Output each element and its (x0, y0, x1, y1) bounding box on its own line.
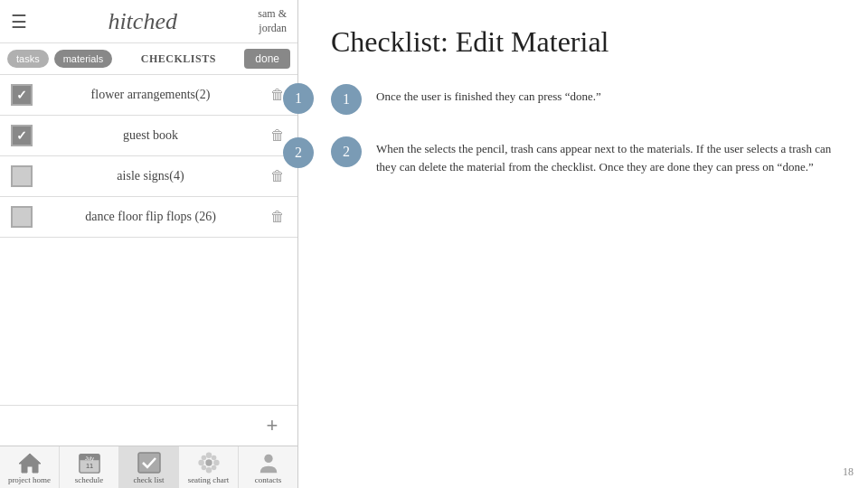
annotation-list: 1 Once the user is finished they can pre… (331, 84, 835, 175)
nav-contacts[interactable]: contacts (239, 446, 297, 488)
annotation-badge-2: 2 (331, 136, 362, 167)
done-button[interactable]: done (244, 49, 290, 69)
checkbox-3[interactable] (11, 165, 33, 187)
menu-icon[interactable]: ☰ (11, 11, 27, 33)
svg-point-12 (211, 455, 216, 461)
annotation-item-2: 2 When the selects the pencil, trash can… (331, 136, 835, 175)
item-label: aisle signs(4) (42, 169, 259, 183)
checklist-items: ✓ flower arrangements(2) 🗑 ✓ guest book … (0, 75, 297, 405)
checklists-label: CHECKLISTS (118, 52, 239, 66)
nav-tabs: tasks materials CHECKLISTS done (0, 43, 297, 75)
right-panel: Checklist: Edit Material 1 Once the user… (298, 0, 868, 488)
table-row[interactable]: aisle signs(4) 🗑 (0, 156, 297, 197)
left-panel: ☰ hitched sam & jordan tasks materials C… (0, 0, 298, 488)
app-header: ☰ hitched sam & jordan (0, 0, 297, 43)
checklist-icon (135, 450, 164, 475)
svg-text:11: 11 (85, 462, 92, 470)
checkbox-4[interactable] (11, 206, 33, 228)
callout-2-badge: 2 (283, 137, 314, 168)
svg-point-14 (211, 465, 216, 471)
annotation-item-1: 1 Once the user is finished they can pre… (331, 84, 835, 115)
annotation-badge-1: 1 (331, 84, 362, 115)
svg-point-13 (201, 465, 206, 471)
svg-rect-5 (138, 453, 160, 473)
page-number: 18 (843, 465, 854, 479)
annotation-text-1: Once the user is finished they can press… (376, 84, 601, 106)
svg-point-15 (264, 455, 272, 463)
nav-schedule[interactable]: 11 July schedule (60, 446, 119, 488)
item-label: flower arrangements(2) (42, 88, 259, 102)
table-row[interactable]: ✓ flower arrangements(2) 🗑 (0, 75, 297, 116)
annotation-text-2: When the selects the pencil, trash cans … (376, 136, 835, 175)
trash-icon[interactable]: 🗑 (269, 125, 287, 146)
nav-project-home[interactable]: project home (0, 446, 60, 488)
nav-label: contacts (255, 475, 282, 484)
svg-point-6 (205, 459, 212, 465)
item-label: dance floor flip flops (26) (42, 210, 259, 224)
item-label: guest book (42, 128, 259, 143)
svg-point-11 (201, 455, 206, 461)
svg-text:July: July (85, 455, 94, 461)
svg-point-9 (198, 460, 204, 466)
checkmark-icon: ✓ (16, 128, 27, 144)
nav-check-list[interactable]: check list (119, 446, 179, 488)
callout-1-badge: 1 (283, 83, 314, 114)
tasks-tab[interactable]: tasks (7, 50, 49, 68)
materials-tab[interactable]: materials (54, 50, 113, 68)
user-info: sam & jordan (258, 7, 287, 35)
add-row: + (0, 405, 297, 446)
nav-label: seating chart (188, 475, 230, 484)
table-row[interactable]: ✓ guest book 🗑 (0, 116, 297, 156)
nav-label: project home (8, 475, 51, 484)
bottom-nav: project home 11 July schedule check li (0, 446, 297, 488)
svg-point-10 (213, 460, 220, 466)
nav-label: check list (133, 475, 164, 484)
nav-seating-chart[interactable]: seating chart (179, 446, 239, 488)
trash-icon[interactable]: 🗑 (269, 165, 287, 187)
checkbox-1[interactable]: ✓ (11, 84, 33, 106)
svg-point-8 (205, 467, 212, 474)
table-row[interactable]: dance floor flip flops (26) 🗑 (0, 197, 297, 238)
checkmark-icon: ✓ (16, 88, 27, 103)
svg-marker-0 (19, 454, 41, 473)
add-item-button[interactable]: + (259, 413, 285, 438)
person-icon (254, 450, 283, 475)
house-icon (15, 450, 44, 475)
flower-icon (194, 450, 223, 475)
page-title: Checklist: Edit Material (331, 25, 835, 59)
nav-label: schedule (75, 475, 104, 484)
svg-point-7 (205, 452, 212, 458)
app-logo: hitched (27, 8, 258, 35)
checkbox-2[interactable]: ✓ (11, 125, 33, 146)
trash-icon[interactable]: 🗑 (269, 206, 287, 228)
calendar-icon: 11 July (75, 450, 104, 475)
